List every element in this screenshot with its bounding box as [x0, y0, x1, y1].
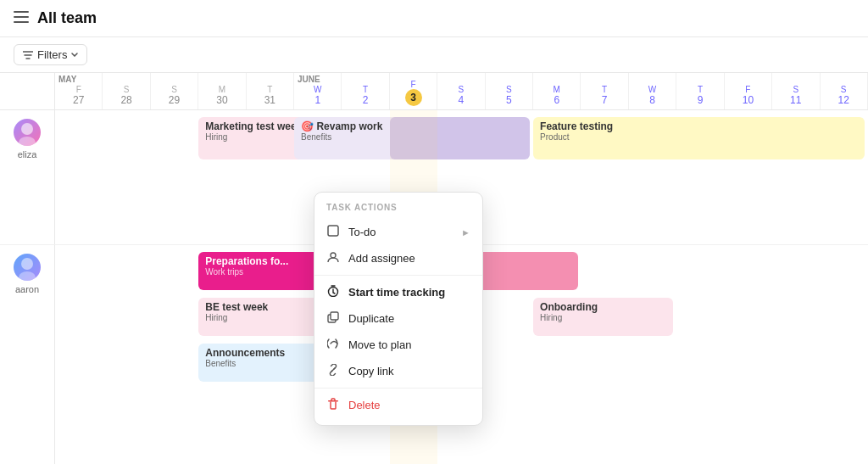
user-name-aaron: aaron [15, 284, 39, 294]
day-letter: W [314, 85, 321, 94]
context-menu-item-delete[interactable]: Delete [314, 392, 482, 418]
context-menu-item-start-time-tracking[interactable]: Start time tracking [314, 279, 482, 305]
date-col-f3: F3 [390, 73, 437, 109]
day-num: 2 [363, 94, 369, 106]
day-letter: F [76, 85, 81, 94]
svg-point-5 [21, 258, 33, 270]
svg-rect-0 [14, 11, 29, 13]
task-bar[interactable]: OnboardingHiring [533, 298, 673, 336]
menu-item-label: Move to plan [348, 338, 411, 351]
day-num: 7 [602, 94, 608, 106]
svg-rect-1 [14, 16, 29, 18]
day-letter: S [459, 85, 465, 94]
user-cell-eliza: eliza [0, 110, 55, 244]
user-name-eliza: eliza [18, 149, 37, 159]
delete-icon [326, 398, 340, 412]
day-letter: S [841, 85, 847, 94]
task-title: Feature testing [540, 120, 858, 132]
menu-item-label: To-do [348, 226, 376, 238]
task-title: Onboarding [540, 301, 666, 313]
day-num: 9 [698, 94, 704, 106]
user-col-header [0, 73, 55, 109]
day-letter: M [219, 85, 225, 94]
day-num: 4 [459, 94, 465, 106]
chevron-down-icon [71, 53, 78, 57]
context-menu-item-duplicate[interactable]: Duplicate [314, 305, 482, 332]
chevron-right-icon: ► [461, 227, 470, 238]
date-header: MAYJUNEF27S28S29M30T31W1T2F3S4S5M6T7W8T9… [0, 73, 868, 110]
context-menu: TASK ACTIONS To-do►Add assigneeStart tim… [314, 192, 483, 426]
page-title: All team [37, 9, 97, 27]
svg-point-3 [21, 123, 33, 135]
day-num: 28 [120, 94, 131, 106]
context-menu-item-to-do[interactable]: To-do► [314, 219, 482, 245]
svg-rect-2 [14, 21, 29, 23]
date-col-t2: T2 [342, 73, 389, 109]
menu-item-label: Start time tracking [348, 286, 445, 299]
day-letter: S [506, 85, 512, 94]
context-menu-title: TASK ACTIONS [314, 199, 482, 219]
menu-item-label: Copy link [348, 365, 393, 377]
day-letter: M [554, 85, 560, 94]
date-col-t9: T9 [676, 73, 724, 109]
day-letter: F [410, 80, 415, 89]
menu-divider [314, 275, 482, 276]
context-menu-item-copy-link[interactable]: Copy link [314, 358, 482, 384]
header: All team [0, 0, 868, 37]
to-do-icon [326, 225, 340, 239]
menu-item-label: Duplicate [348, 312, 394, 325]
date-col-f27: F27 [55, 73, 103, 109]
context-menu-item-add-assignee[interactable]: Add assignee [314, 245, 482, 271]
date-col-s12: S12 [821, 73, 868, 109]
date-col-t31: T31 [247, 73, 294, 109]
day-letter: T [602, 85, 607, 94]
filter-icon [23, 51, 33, 59]
day-letter: S [793, 85, 798, 94]
date-cols: MAYJUNEF27S28S29M30T31W1T2F3S4S5M6T7W8T9… [55, 73, 868, 109]
svg-rect-7 [328, 226, 338, 236]
date-col-s4: S4 [437, 73, 485, 109]
menu-item-label: Delete [348, 399, 381, 411]
date-col-s28: S28 [103, 73, 150, 109]
day-num: 10 [743, 94, 754, 106]
day-letter: F [745, 85, 750, 94]
date-col-w1: W1 [294, 73, 342, 109]
menu-divider [314, 388, 482, 389]
day-num: 30 [216, 94, 227, 106]
filters-button[interactable]: Filters [14, 44, 87, 65]
timeline: MAYJUNEF27S28S29M30T31W1T2F3S4S5M6T7W8T9… [0, 73, 868, 464]
svg-point-4 [19, 137, 36, 146]
date-col-f10: F10 [725, 73, 772, 109]
task-sub: Hiring [540, 313, 666, 322]
date-col-s11: S11 [772, 73, 820, 109]
date-col-s5: S5 [486, 73, 533, 109]
move-to-plan-icon [326, 338, 340, 352]
date-col-t7: T7 [581, 73, 628, 109]
day-num: 11 [790, 94, 801, 106]
user-cell-aaron: aaron [0, 245, 55, 464]
date-col-m30: M30 [198, 73, 246, 109]
context-menu-item-move-to-plan[interactable]: Move to plan [314, 332, 482, 358]
add-assignee-icon [326, 251, 340, 266]
day-num: 5 [506, 94, 512, 106]
day-num-today: 3 [405, 89, 422, 106]
day-num: 8 [649, 94, 655, 106]
date-col-w8: W8 [629, 73, 676, 109]
day-num: 12 [838, 94, 849, 106]
day-letter: T [698, 85, 703, 94]
menu-item-label: Add assignee [348, 252, 415, 265]
menu-icon[interactable] [14, 9, 29, 27]
day-letter: T [363, 85, 368, 94]
avatar-aaron [14, 254, 41, 281]
svg-point-6 [19, 271, 36, 281]
day-num: 29 [169, 94, 180, 106]
task-bar[interactable] [390, 117, 530, 159]
date-col-s29: S29 [151, 73, 198, 109]
task-bar[interactable]: Feature testingProduct [533, 117, 865, 159]
day-num: 6 [554, 94, 559, 106]
day-letter: W [648, 85, 656, 94]
day-num: 27 [73, 94, 84, 106]
day-letter: S [171, 85, 177, 94]
date-col-m6: M6 [533, 73, 581, 109]
svg-point-8 [331, 253, 336, 258]
